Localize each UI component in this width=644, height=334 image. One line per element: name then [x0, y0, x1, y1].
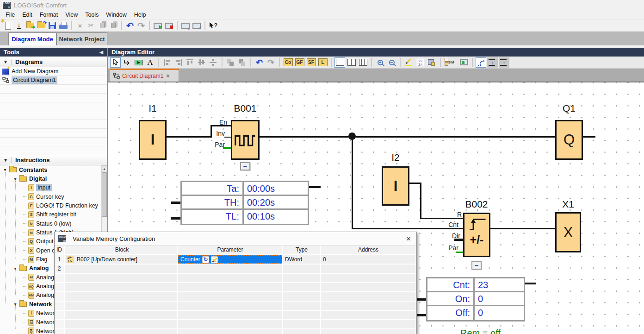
import-button[interactable]: ↓	[13, 20, 25, 31]
table-row-empty[interactable]	[55, 320, 416, 329]
parameter-selected-cell[interactable]: Counter ↻	[178, 255, 282, 264]
column-header-parameter[interactable]: Parameter	[178, 246, 283, 254]
send-to-back-button[interactable]	[237, 57, 248, 68]
wire-par-stub[interactable]	[456, 252, 463, 253]
open-diagram-button[interactable]: ➔	[25, 20, 36, 31]
tab-circuit-diagram[interactable]: Circuit Diagram1 ×	[110, 69, 179, 82]
text-tool-button[interactable]: A	[145, 57, 155, 68]
collapse-panel-icon[interactable]: ◀	[99, 50, 103, 55]
column-header-address[interactable]: Address	[321, 246, 416, 254]
block-x1[interactable]: X	[555, 212, 581, 252]
wire-inv-stub[interactable]	[224, 137, 231, 138]
table-row-empty[interactable]	[55, 329, 416, 334]
redo-button[interactable]: ↷	[136, 20, 147, 31]
refresh-icon[interactable]: ↻	[202, 256, 209, 263]
scroll-up-icon[interactable]: ▲	[102, 166, 107, 172]
scrollbar-thumb[interactable]	[102, 172, 107, 217]
tab-network-project[interactable]: Network Project	[56, 32, 107, 45]
undo-button[interactable]: ↶	[254, 57, 265, 68]
collapse-params-button-b001[interactable]: −	[240, 162, 250, 170]
save-button[interactable]	[47, 20, 58, 31]
table-row-empty[interactable]	[55, 274, 416, 283]
print-button[interactable]	[58, 20, 69, 31]
variable-memory-configuration-dialog[interactable]: LOGO Variable Memory Configuration × ID …	[54, 232, 417, 334]
upload-button[interactable]: ↑	[191, 20, 202, 31]
open-file-button[interactable]: ↷	[36, 20, 47, 31]
expander-icon[interactable]: ▾	[12, 266, 18, 271]
online-test-button[interactable]	[458, 57, 469, 68]
simulation-button[interactable]: SIM	[444, 57, 458, 68]
bring-to-front-button[interactable]	[225, 57, 236, 68]
new-diagram-button[interactable]: ✶	[2, 20, 13, 31]
tree-folder-digital[interactable]: ▾ Digital	[0, 174, 101, 183]
table-row-empty[interactable]	[55, 292, 416, 302]
menu-tools[interactable]: Tools	[81, 11, 102, 19]
split-three-windows-button[interactable]	[358, 57, 368, 68]
paste-button[interactable]	[108, 20, 119, 31]
chevron-down-icon[interactable]: ▾	[0, 59, 12, 65]
column-header-block[interactable]: Block	[65, 246, 178, 254]
block-i1[interactable]: I	[139, 120, 167, 160]
tree-folder-constants[interactable]: ▾ Constants	[0, 165, 101, 174]
collapse-params-button-b002[interactable]: −	[471, 261, 482, 270]
split-two-windows-button[interactable]	[346, 57, 357, 68]
menu-edit[interactable]: Edit	[19, 11, 36, 19]
redo-button[interactable]: ↷	[266, 57, 276, 68]
tree-item-cursor-key[interactable]: C Cursor key	[0, 192, 101, 201]
insert-junction-button[interactable]: ↓	[487, 57, 498, 68]
menu-help[interactable]: Help	[130, 11, 150, 19]
context-help-button[interactable]: ?	[208, 20, 219, 31]
block-q1[interactable]: Q	[555, 120, 583, 160]
wire[interactable]	[352, 136, 353, 229]
wire[interactable]	[583, 136, 595, 138]
table-row-2[interactable]: 2	[55, 265, 416, 274]
zoom-out-button[interactable]: −	[386, 57, 397, 68]
tree-item-td-function-key[interactable]: F LOGO! TD Function key	[0, 201, 101, 210]
table-row-empty[interactable]	[55, 283, 416, 292]
copy-button[interactable]	[97, 20, 108, 31]
basic-functions-button[interactable]: GF	[294, 57, 305, 68]
diagrams-section-header[interactable]: ▾ Diagrams	[0, 57, 107, 67]
align-center-button[interactable]	[197, 57, 207, 68]
tree-item-input[interactable]: I Input	[0, 183, 101, 192]
numbering-tool-button[interactable]: 1:23:4	[415, 57, 426, 68]
wire[interactable]	[260, 136, 555, 138]
constants-catalog-button[interactable]: Co	[283, 57, 293, 68]
dialog-close-icon[interactable]: ×	[406, 235, 411, 243]
tab-diagram-mode[interactable]: Diagram Mode	[8, 32, 56, 45]
column-header-type[interactable]: Type	[283, 246, 321, 254]
logo-to-pc-button[interactable]	[163, 20, 174, 31]
tab-close-icon[interactable]: ×	[166, 72, 170, 79]
table-row-empty[interactable]	[55, 302, 416, 311]
column-header-id[interactable]: ID	[55, 246, 65, 254]
zoom-in-button[interactable]: +	[375, 57, 385, 68]
single-window-button[interactable]	[334, 57, 345, 68]
chevron-down-icon[interactable]: ▾	[0, 157, 12, 163]
add-new-diagram-item[interactable]: Add New Diagram	[0, 67, 107, 76]
align-left-button[interactable]	[162, 57, 173, 68]
select-tool-button[interactable]	[110, 57, 121, 68]
download-button[interactable]: ↓	[180, 20, 191, 31]
cell-parameter[interactable]	[178, 265, 283, 273]
cell-parameter[interactable]: Counter ↻	[178, 255, 283, 264]
special-functions-button[interactable]: SF	[306, 57, 316, 68]
block-properties-button[interactable]	[427, 57, 437, 68]
wire[interactable]	[490, 228, 555, 229]
instructions-section-header[interactable]: ▾ Instructions	[0, 155, 107, 165]
pc-to-logo-button[interactable]	[152, 20, 163, 31]
polyline-connection-button[interactable]	[476, 57, 486, 68]
cut-button[interactable]: ✂	[86, 20, 97, 31]
dialog-title-bar[interactable]: LOGO Variable Memory Configuration ×	[55, 232, 416, 246]
block-i2[interactable]: I	[382, 166, 409, 206]
comment-tool-button[interactable]	[403, 57, 414, 68]
b001-parameter-table[interactable]: Ta: 00:00s TH: 00:20s TL: 00:10s	[180, 181, 309, 225]
table-row-empty[interactable]	[55, 311, 416, 320]
expander-icon[interactable]: ▾	[12, 302, 18, 307]
circuit-diagram-item[interactable]: Circuit Diagram1	[0, 76, 107, 85]
block-b002[interactable]: +/-	[463, 213, 490, 257]
menu-view[interactable]: View	[62, 11, 81, 19]
edit-icon[interactable]	[211, 256, 218, 263]
undo-button[interactable]: ↶	[124, 20, 136, 31]
flow-test-button[interactable]	[133, 57, 144, 68]
b002-parameter-table[interactable]: Cnt: 23 On: 0 Off: 0	[426, 277, 525, 321]
